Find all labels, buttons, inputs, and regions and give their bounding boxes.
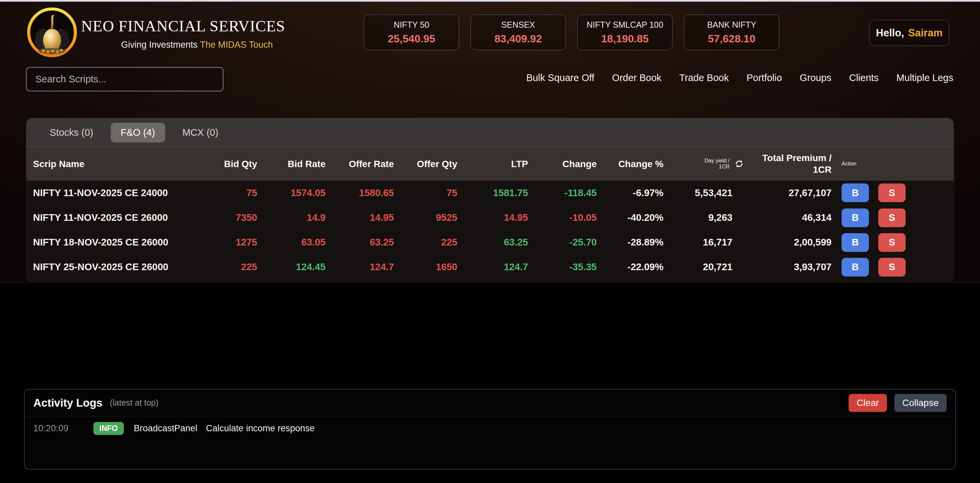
col-bid-rate: Bid Rate (260, 158, 328, 170)
col-scrip-name: Scrip Name (33, 158, 193, 170)
index-label: NIFTY 50 (394, 20, 429, 30)
tab-fo[interactable]: F&O (4) (111, 123, 165, 143)
table-row: NIFTY 25-NOV-2025 CE 26000 225 124.45 12… (26, 254, 954, 279)
nav-portfolio[interactable]: Portfolio (746, 72, 782, 83)
row-actions: B S (838, 208, 948, 227)
buy-button[interactable]: B (842, 183, 869, 202)
offer-qty: 75 (396, 187, 460, 199)
offer-qty: 1650 (396, 262, 460, 273)
nav-bulk-square-off[interactable]: Bulk Square Off (527, 72, 594, 83)
nav-clients[interactable]: Clients (849, 72, 878, 83)
nav-order-book[interactable]: Order Book (612, 72, 662, 83)
buy-button[interactable]: B (842, 208, 869, 227)
col-total-premium: Total Premium /1CR (748, 152, 838, 175)
change-pct: -6.97% (600, 187, 666, 199)
col-offer-rate: Offer Rate (328, 158, 396, 170)
user-greeting: Hello, Sairam (869, 20, 949, 46)
change: -118.45 (531, 187, 600, 199)
bid-qty: 225 (193, 262, 260, 273)
bid-rate: 63.05 (260, 237, 328, 248)
offer-qty: 225 (396, 237, 460, 248)
index-card-smlcap: NIFTY SMLCAP 100 18,190.85 (577, 14, 673, 50)
offer-rate: 63.25 (328, 237, 396, 248)
row-actions: B S (838, 183, 948, 202)
table-row: NIFTY 18-NOV-2025 CE 26000 1275 63.05 63… (26, 230, 954, 254)
sell-button[interactable]: S (878, 258, 905, 276)
bid-rate: 124.45 (260, 262, 328, 273)
table-row: NIFTY 11-NOV-2025 CE 24000 75 1574.05 15… (26, 180, 954, 205)
col-change-pct: Change % (600, 158, 666, 170)
bid-rate: 14.9 (260, 212, 328, 223)
nav-groups[interactable]: Groups (800, 72, 831, 83)
scrip-name: NIFTY 25-NOV-2025 CE 26000 (33, 262, 193, 273)
day-yield: 16,717 (666, 237, 748, 248)
col-bid-qty: Bid Qty (193, 158, 260, 170)
col-ltp: LTP (460, 158, 531, 170)
sell-button[interactable]: S (878, 208, 905, 227)
activity-logs-panel: Activity Logs (latest at top) Clear Coll… (24, 389, 956, 470)
table-row: NIFTY 11-NOV-2025 CE 26000 7350 14.9 14.… (26, 205, 954, 230)
offer-qty: 9525 (396, 212, 460, 223)
collapse-logs-button[interactable]: Collapse (894, 394, 947, 412)
buy-button[interactable]: B (842, 258, 869, 276)
brand-title: NEO FINANCIAL SERVICES (81, 17, 273, 35)
change-pct: -22.09% (600, 262, 666, 273)
user-name: Sairam (908, 27, 943, 39)
total-premium: 46,314 (748, 212, 838, 223)
nav-trade-book[interactable]: Trade Book (679, 72, 729, 83)
tab-mcx[interactable]: MCX (0) (172, 123, 229, 143)
activity-logs-note: (latest at top) (110, 398, 158, 408)
sell-button[interactable]: S (878, 233, 905, 252)
col-offer-qty: Offer Qty (396, 158, 460, 170)
log-entry: 10:20:09 INFO BroadcastPanel Calculate i… (25, 416, 955, 440)
row-actions: B S (838, 233, 948, 252)
bid-rate: 1574.05 (260, 187, 328, 199)
greeting-prefix: Hello, (876, 27, 904, 39)
index-ticker-row: NIFTY 50 25,540.95 SENSEX 83,409.92 NIFT… (364, 14, 780, 50)
ltp: 1581.75 (460, 187, 531, 199)
watchlist-header-row: Scrip Name Bid Qty Bid Rate Offer Rate O… (26, 148, 954, 180)
bid-qty: 1275 (193, 237, 260, 248)
total-premium: 3,93,707 (748, 262, 838, 273)
ltp: 124.7 (460, 262, 531, 273)
index-card-sensex: SENSEX 83,409.92 (470, 14, 566, 50)
col-action: Action (838, 161, 948, 167)
index-label: SENSEX (501, 20, 535, 30)
main-nav: Bulk Square Off Order Book Trade Book Po… (527, 72, 953, 83)
index-card-nifty50: NIFTY 50 25,540.95 (364, 14, 459, 50)
nav-multiple-legs[interactable]: Multiple Legs (896, 72, 953, 83)
index-card-banknifty: BANK NIFTY 57,628.10 (684, 14, 780, 50)
activity-logs-actions: Clear Collapse (849, 394, 947, 412)
change: -10.05 (531, 212, 600, 223)
change: -35.35 (531, 262, 600, 273)
change-pct: -28.89% (600, 237, 666, 248)
watchlist-tabbar: Stocks (0) F&O (4) MCX (0) (26, 118, 954, 148)
col-day-yield: Day yield /1CR (666, 158, 748, 170)
index-label: NIFTY SMLCAP 100 (587, 20, 663, 30)
activity-logs-header: Activity Logs (latest at top) Clear Coll… (25, 389, 955, 416)
activity-logs-title: Activity Logs (33, 397, 102, 409)
sell-button[interactable]: S (878, 183, 905, 202)
clear-logs-button[interactable]: Clear (849, 394, 887, 412)
total-premium: 27,67,107 (748, 187, 838, 199)
search-input[interactable] (26, 67, 223, 91)
buy-button[interactable]: B (842, 233, 869, 252)
index-value: 83,409.92 (494, 33, 542, 45)
scrip-name: NIFTY 11-NOV-2025 CE 26000 (33, 212, 193, 223)
row-actions: B S (838, 258, 948, 276)
header-section: NEO FINANCIAL SERVICES Giving Investment… (0, 2, 980, 283)
tagline-plain: Giving Investments (121, 40, 200, 50)
scrip-name: NIFTY 11-NOV-2025 CE 24000 (33, 187, 193, 199)
total-premium: 2,00,599 (748, 237, 838, 248)
brand-block: NEO FINANCIAL SERVICES Giving Investment… (81, 17, 273, 50)
offer-rate: 124.7 (328, 262, 396, 273)
tab-stocks[interactable]: Stocks (0) (40, 123, 103, 143)
bid-qty: 7350 (193, 212, 260, 223)
index-value: 57,628.10 (708, 33, 755, 45)
day-yield: 9,263 (666, 212, 748, 223)
brand-tagline: Giving Investments The MIDAS Touch (81, 40, 273, 50)
index-value: 18,190.85 (601, 33, 648, 45)
day-yield: 5,53,421 (666, 187, 748, 199)
refresh-icon[interactable] (733, 158, 745, 170)
log-time: 10:20:09 (33, 423, 94, 434)
